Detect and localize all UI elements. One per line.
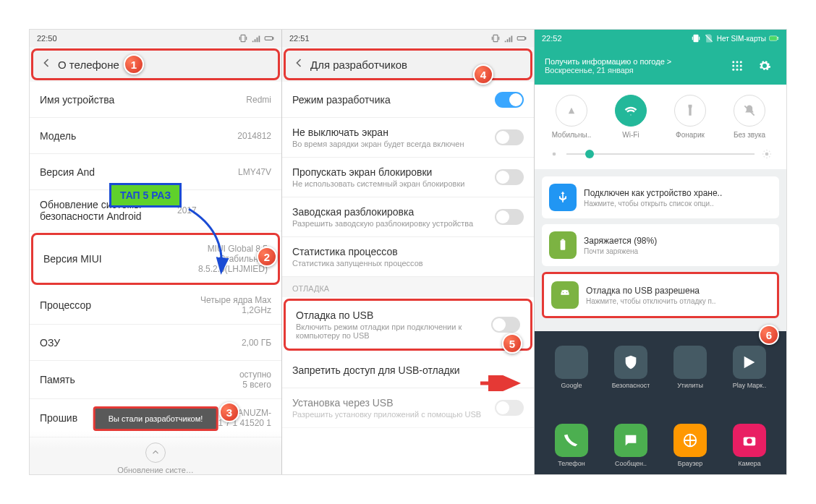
phone-screen-1: 22:50 О телефоне Имя устройства Redmi Мо… (30, 30, 282, 474)
svg-rect-24 (561, 239, 564, 241)
svg-point-15 (736, 65, 739, 67)
gear-icon[interactable] (753, 54, 776, 77)
toggle-install-usb[interactable] (495, 400, 524, 416)
svg-rect-0 (241, 35, 245, 41)
app-security[interactable]: Безопасност (605, 346, 656, 389)
svg-point-11 (732, 61, 734, 63)
svg-rect-3 (493, 35, 498, 41)
app-browser[interactable]: Браузер (665, 424, 715, 467)
app-tools[interactable]: Утилиты (665, 346, 715, 389)
tile-wifi[interactable]: Wi-Fi (605, 95, 656, 139)
header-about-phone: О телефоне (31, 48, 280, 80)
svg-point-21 (553, 153, 556, 156)
quick-settings-tiles: Мобильны.. Wi-Fi Фонарик Без звука (535, 85, 786, 145)
svg-rect-5 (525, 38, 526, 39)
app-play[interactable]: Play Марк.. (724, 346, 775, 389)
row-usb-debugging[interactable]: Отладка по USBВключить режим отладки при… (284, 299, 532, 351)
svg-point-29 (747, 438, 752, 443)
app-phone[interactable]: Телефон (546, 424, 597, 467)
arrow-up-icon (145, 443, 166, 463)
svg-rect-9 (770, 36, 778, 40)
row-model[interactable]: Модель 2014812 (30, 118, 281, 154)
statusbar: 22:52 Нет SIM-карты (535, 30, 786, 47)
section-debug: ОТЛАДКА (282, 277, 534, 297)
badge-5: 5 (502, 333, 522, 354)
notif-charging[interactable]: Заряжается (98%)Почти заряжена (542, 224, 779, 266)
svg-rect-10 (777, 37, 778, 39)
row-ram[interactable]: ОЗУ 2,00 ГБ (30, 325, 281, 361)
row-storage[interactable]: Память оступно 5 всего (30, 361, 281, 399)
statusbar-time: 22:50 (37, 34, 57, 43)
sim-status: Нет SIM-карты (717, 35, 766, 43)
svg-point-14 (732, 65, 734, 67)
android-icon (551, 281, 579, 309)
svg-rect-2 (273, 38, 273, 39)
brightness-high-icon (762, 149, 772, 159)
usb-icon (549, 184, 577, 211)
tile-flashlight[interactable]: Фонарик (665, 95, 715, 139)
svg-rect-4 (517, 37, 525, 40)
row-device-name[interactable]: Имя устройства Redmi (30, 82, 281, 118)
svg-rect-23 (561, 240, 566, 249)
header-title: Для разработчиков (310, 59, 407, 71)
weather-widget[interactable]: Получить информацию о погоде > Воскресен… (545, 57, 721, 74)
svg-point-17 (732, 69, 734, 71)
no-sim-icon (704, 33, 714, 43)
battery-icon (517, 33, 527, 43)
svg-point-12 (736, 61, 739, 63)
brightness-slider[interactable] (535, 145, 786, 169)
row-miui-version[interactable]: Версия MIUI MIUI Global 8.5 Стабильная 8… (31, 233, 280, 285)
svg-rect-1 (265, 37, 273, 40)
app-camera[interactable]: Камера (724, 424, 775, 467)
badge-4: 4 (473, 64, 493, 85)
vibrate-icon (691, 33, 701, 43)
notif-usb-storage[interactable]: Подключен как устройство хране..Нажмите,… (542, 176, 779, 218)
notif-usb-debugging[interactable]: Отладка по USB разрешенаНажмите, чтобы о… (542, 272, 779, 318)
battery-icon (769, 33, 779, 43)
toggle-usb-debug[interactable] (491, 317, 520, 333)
badge-6: 6 (759, 325, 779, 345)
signal-icon (251, 33, 261, 43)
header-title: О телефоне (58, 59, 119, 71)
vibrate-icon (490, 33, 501, 43)
toast-developer: Вы стали разработчиком! (93, 406, 218, 431)
callout-tap5: ТАП 5 РАЗ (109, 183, 182, 208)
svg-point-19 (740, 69, 742, 71)
updater-hint: Обновление систе… (30, 431, 281, 474)
badge-2: 2 (257, 247, 277, 267)
statusbar: 22:51 (282, 30, 534, 47)
vibrate-icon (238, 33, 248, 43)
svg-point-13 (740, 61, 742, 63)
tile-silent[interactable]: Без звука (724, 95, 775, 139)
arrow-tap-icon (182, 202, 239, 281)
row-install-usb[interactable]: Установка через USBРазрешить установку п… (282, 388, 534, 428)
row-process-stats[interactable]: Статистика процессовСтатистика запущенны… (282, 237, 534, 277)
svg-rect-7 (694, 35, 698, 41)
statusbar-time: 22:52 (542, 34, 562, 43)
app-messages[interactable]: Сообщен.. (605, 424, 656, 467)
badge-3: 3 (219, 402, 239, 422)
svg-point-25 (563, 292, 564, 293)
row-skip-lock[interactable]: Пропускать экран блокировкиНе использова… (282, 158, 534, 197)
back-button[interactable] (292, 56, 306, 73)
toggle-oem[interactable] (495, 209, 524, 225)
row-cpu[interactable]: Процессор Четыре ядра Max 1,2GHz (30, 286, 281, 325)
back-button[interactable] (39, 56, 54, 73)
grid-icon[interactable] (726, 54, 749, 77)
battery-charging-icon (549, 231, 577, 259)
toggle-skip-lock[interactable] (495, 169, 524, 185)
row-oem-unlock[interactable]: Заводская разблокировкаРазрешить заводск… (282, 197, 534, 237)
toggle-stay-awake[interactable] (495, 129, 524, 145)
phone-screen-2: 22:51 Для разработчиков Режим разработчи… (282, 30, 535, 474)
toggle-dev-mode[interactable] (495, 92, 524, 108)
app-google[interactable]: Google (546, 346, 597, 389)
row-dev-mode[interactable]: Режим разработчика (282, 82, 534, 118)
arrow-red-icon (477, 375, 521, 391)
brightness-low-icon (549, 149, 559, 159)
battery-icon (264, 33, 274, 43)
tile-mobile-data[interactable]: Мобильны.. (546, 95, 597, 139)
home-screen: Google Безопасност Утилиты Play Марк.. Т… (535, 331, 786, 474)
svg-point-22 (765, 153, 769, 156)
row-stay-awake[interactable]: Не выключать экранВо время зарядки экран… (282, 118, 534, 158)
quick-settings-header: Получить информацию о погоде > Воскресен… (535, 47, 786, 85)
